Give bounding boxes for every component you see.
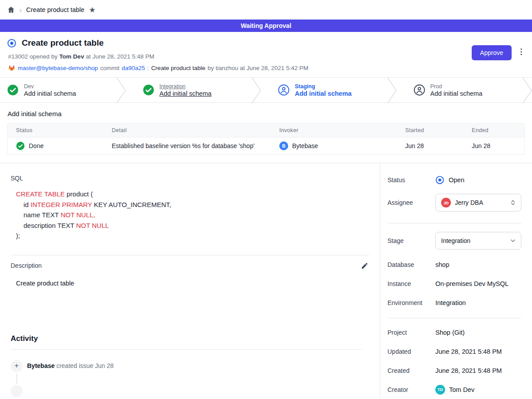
instance-value: On-premises Dev MySQL: [435, 280, 509, 287]
stage-value: Integration: [441, 237, 505, 244]
task-section: Add initial schema Status Detail Invoker…: [0, 103, 532, 163]
stage-env-label: Staging: [295, 83, 352, 90]
stage-select[interactable]: Integration: [435, 232, 521, 250]
divider: [11, 349, 362, 350]
task-table: Status Detail Invoker Started Ended Done…: [7, 123, 525, 155]
stage-env-label: Prod: [430, 83, 483, 90]
sql-keyword: INTEGER PRIMARY: [31, 201, 92, 208]
created-value: June 28, 2021 5:48 PM: [435, 367, 502, 374]
database-label: Database: [387, 261, 435, 268]
environment-label: Environment: [387, 299, 435, 306]
breadcrumb-current: Create product table: [26, 6, 84, 13]
database-value: shop: [435, 261, 449, 268]
issue-opened-time: at June 28, 2021 5:48 PM: [86, 53, 154, 60]
sql-text: name TEXT: [23, 211, 61, 219]
updated-label: Updated: [387, 348, 435, 355]
environment-value: Integration: [435, 299, 466, 306]
status-open-icon: [435, 176, 444, 184]
task-detail: Established baseline version %s for data…: [103, 142, 271, 149]
col-ended: Ended: [463, 127, 524, 133]
stage-task-label: Add initial schema: [24, 90, 76, 97]
task-status: Done: [29, 142, 43, 149]
stage-task-label: Add initial schema: [160, 90, 212, 97]
task-invoker: Bytebase: [292, 142, 318, 149]
stage-env-label: Dev: [24, 83, 76, 90]
activity-title: Activity: [11, 334, 369, 343]
issue-open-icon: [7, 39, 16, 48]
sql-keyword: NOT NULL: [76, 222, 109, 229]
activity-action: created issue Jun 28: [56, 362, 113, 369]
sql-statement: CREATE TABLE product ( id INTEGER PRIMAR…: [16, 189, 369, 241]
description-label: Description: [11, 262, 42, 269]
updated-value: June 28, 2021 5:48 PM: [435, 348, 502, 355]
instance-label: Instance: [387, 280, 435, 287]
description-text: Create product table: [16, 280, 369, 287]
divider: [11, 255, 369, 255]
stage-done-icon: [143, 84, 154, 96]
assignee-label: Assignee: [387, 199, 435, 206]
gitlab-icon: [8, 64, 16, 72]
chevron-down-icon: [509, 237, 516, 244]
activity-item: + Bytebase created issue Jun 28: [11, 360, 369, 372]
issue-header: Create product table #13002 opened by To…: [0, 32, 532, 77]
sql-text: );: [16, 232, 20, 239]
stage-prod[interactable]: Prod Add initial schema: [397, 78, 523, 102]
col-invoker: Invoker: [271, 127, 397, 133]
assignee-value: Jerry DBA: [455, 199, 505, 206]
favorite-star-icon[interactable]: ★: [89, 6, 95, 14]
col-status: Status: [8, 127, 103, 133]
home-icon[interactable]: [7, 6, 15, 14]
stage-separator-icon: [522, 78, 532, 102]
commit-message: Create product table: [151, 65, 205, 71]
status-value: Open: [449, 176, 464, 184]
activity-actor: Bytebase: [27, 362, 55, 369]
stage-pending-user-icon: [414, 84, 425, 96]
issue-author: Tom Dev: [59, 53, 84, 60]
stage-dev[interactable]: Dev Add initial schema: [0, 78, 116, 102]
breadcrumb: › Create product table ★: [0, 0, 532, 20]
approve-button[interactable]: Approve: [472, 45, 512, 60]
task-row[interactable]: Done Established baseline version %s for…: [8, 137, 524, 154]
timeline-connector: [16, 374, 17, 383]
divider: [387, 223, 521, 223]
project-label: Project: [387, 329, 435, 336]
stage-task-label: Add initial schema: [430, 90, 483, 97]
task-table-header: Status Detail Invoker Started Ended: [8, 124, 524, 137]
task-section-title: Add initial schema: [8, 110, 525, 117]
sql-section-label: SQL: [11, 175, 369, 182]
stage-separator-icon: [116, 78, 126, 102]
chevron-updown-icon: [509, 199, 516, 206]
stage-staging[interactable]: Staging Add initial schema: [261, 78, 387, 102]
stage-label: Stage: [387, 237, 435, 244]
stage-separator-icon: [251, 78, 261, 102]
stage-integration[interactable]: Integration Add initial schema: [126, 78, 252, 102]
assignee-avatar: JD: [441, 198, 451, 207]
creator-label: Creator: [387, 386, 435, 393]
stage-separator-icon: [387, 78, 397, 102]
activity-section: Activity + Bytebase created issue Jun 28: [11, 334, 369, 372]
stage-task-label: Add initial schema: [295, 90, 352, 97]
kebab-menu-icon[interactable]: ⋮: [517, 48, 525, 55]
invoker-avatar: B: [279, 141, 288, 150]
issue-sidebar: Status Open Assignee JD Jerry DBA Stage …: [380, 163, 532, 399]
status-label: Status: [387, 176, 435, 184]
assignee-select[interactable]: JD Jerry DBA: [435, 194, 521, 211]
project-value: Shop (Git): [435, 329, 465, 336]
sql-keyword: CREATE TABLE: [16, 190, 65, 198]
branch-link[interactable]: master@bytebase-demo/shop: [18, 65, 98, 71]
task-ended: Jun 28: [463, 142, 524, 149]
divider: [387, 318, 521, 318]
sql-text: KEY AUTO_INCREMENT,: [92, 201, 171, 208]
timeline-next-node: [11, 385, 23, 397]
created-label: Created: [387, 367, 435, 374]
issue-detail-panel: SQL CREATE TABLE product ( id INTEGER PR…: [0, 163, 380, 399]
stage-done-icon: [7, 84, 19, 96]
col-detail: Detail: [103, 127, 271, 133]
task-started: Jun 28: [397, 142, 463, 149]
page-title: Create product table: [22, 38, 104, 48]
col-started: Started: [397, 127, 463, 133]
commit-hash-link[interactable]: da90a25: [122, 65, 145, 71]
sql-text: id: [23, 201, 31, 208]
chevron-right-icon: ›: [20, 6, 22, 14]
edit-pencil-icon[interactable]: [361, 262, 368, 270]
